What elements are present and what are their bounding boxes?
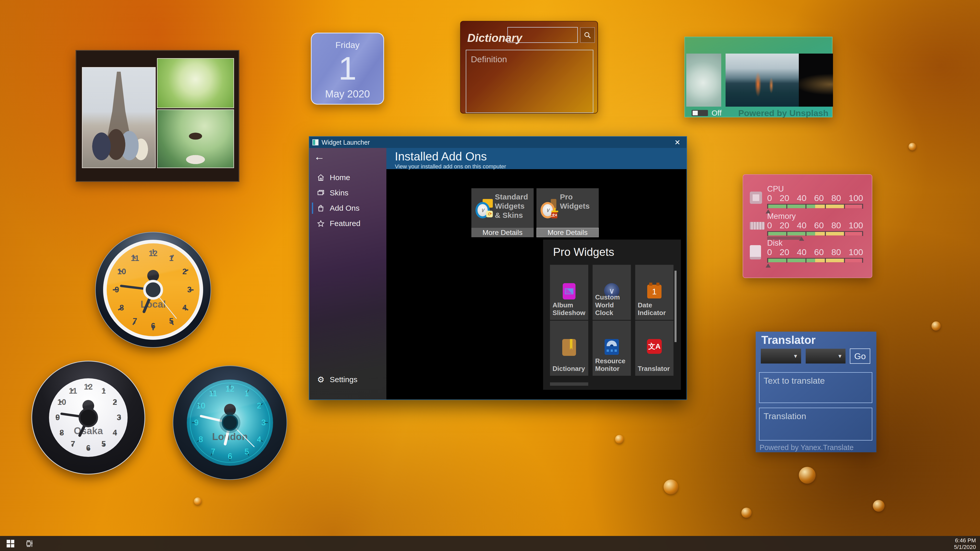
clock-numeral: 11 [131, 254, 139, 263]
clock-numeral: 11 [209, 389, 217, 398]
tile-label: Date Indicator [638, 301, 672, 317]
addon-card-standard-widgets[interactable]: ∨ ⟳ Standard Widgets & Skins More Detail… [471, 188, 534, 237]
sidebar-item-settings[interactable]: ⚙ Settings [309, 372, 387, 387]
card-title: Standard Widgets & Skins [495, 192, 531, 220]
translator-title: Translator [761, 333, 816, 346]
clock-tick [49, 378, 127, 457]
taskbar-app-widget-launcher[interactable] [25, 539, 34, 548]
slideshow-toggle[interactable] [692, 110, 708, 116]
card-title: Pro Widgets [560, 192, 597, 211]
clock-tick [49, 378, 127, 457]
go-button[interactable]: Go [850, 348, 870, 364]
page-subtitle: View your installed add ons on this comp… [395, 163, 687, 170]
translation-text-area[interactable]: Translation [759, 408, 872, 441]
clock-numeral: 5 [101, 440, 106, 449]
more-details-button[interactable]: More Details [471, 228, 534, 237]
widget-tile-translator[interactable]: 文A Translator [635, 321, 673, 376]
clock-tick [187, 380, 273, 465]
scale-tick: 100 [849, 193, 863, 203]
clock-tick [107, 243, 200, 337]
windows-logo-icon [6, 544, 10, 548]
source-placeholder: Text to translate [764, 376, 825, 386]
clock-tick [107, 243, 200, 337]
scale-tick: 0 [767, 221, 772, 230]
slideshow-widget[interactable]: Off Powered by Unsplash [684, 37, 832, 118]
source-language-dropdown[interactable]: ▼ [761, 349, 801, 364]
gauge-label: Disk [767, 238, 783, 248]
second-hand [230, 422, 255, 448]
minute-hand [200, 414, 230, 424]
calendar-widget[interactable]: Friday 1 May 2020 [311, 33, 384, 105]
sidebar-item-home[interactable]: Home [309, 170, 387, 185]
clock-numeral: 6 [151, 321, 155, 330]
calendar-weekday: Friday [312, 40, 383, 50]
scale-tick: 0 [767, 247, 772, 257]
widget-tile-dictionary[interactable]: Dictionary [550, 321, 588, 376]
hour-hand [223, 422, 231, 446]
water-droplet [932, 321, 941, 330]
start-button[interactable] [6, 540, 14, 548]
dictionary-definition-box[interactable]: Definition [466, 50, 593, 113]
translator-widget[interactable]: Translator ▼ ▼ Go Text to translate Tran… [756, 332, 877, 452]
widget-tile-resource-monitor[interactable]: Resource Monitor [593, 321, 631, 376]
back-button[interactable]: ← [314, 151, 325, 163]
clock-numeral: 2 [257, 401, 261, 410]
dictionary-book-icon [562, 339, 576, 356]
widget-tile-custom-world-clock[interactable]: ∨ Custom World Clock [593, 265, 631, 320]
title-bar[interactable]: Widget Launcher ✕ [309, 137, 687, 148]
dictionary-search-button[interactable] [580, 27, 595, 43]
more-details-button[interactable]: More Details [536, 228, 599, 237]
sidebar-item-skins[interactable]: Skins [309, 185, 387, 200]
clock-widget-local[interactable]: 123456789101112 Local [95, 232, 211, 348]
hour-hand [78, 417, 89, 437]
taskbar-clock[interactable]: 6:46 PM 5/1/2020 [954, 537, 976, 551]
cpu-chip-icon [750, 192, 762, 204]
window-content: Installed Add Ons View your installed ad… [387, 148, 687, 400]
photo-family-on-grass [157, 58, 234, 108]
sidebar-item-featured[interactable]: Featured [309, 216, 387, 231]
clock-tick [187, 380, 273, 465]
chevron-down-icon: ▼ [793, 353, 798, 359]
close-icon[interactable]: ✕ [675, 138, 680, 147]
taskbar-time: 6:46 PM [954, 537, 976, 544]
source-text-area[interactable]: Text to translate [759, 372, 872, 403]
vertical-scrollbar[interactable] [675, 271, 676, 342]
desktop: Friday 1 May 2020 Dictionary Definition … [0, 0, 980, 551]
scale-tick: 40 [797, 247, 807, 257]
clock-tick [107, 243, 200, 337]
addon-card-pro-widgets[interactable]: ∨ + 文A Pro Widgets More Details [536, 188, 599, 237]
gear-icon: ⚙ [317, 375, 325, 384]
widget-tile-date-indicator[interactable]: 1 Date Indicator [635, 265, 673, 320]
clock-numeral: 9 [115, 285, 119, 294]
tile-label: Resource Monitor [595, 357, 629, 373]
gauge-scale: 0 20 40 60 80 100 [767, 193, 863, 203]
scale-tick: 80 [832, 247, 841, 257]
sidebar-item-label: Home [330, 173, 350, 182]
dictionary-widget[interactable]: Dictionary Definition [460, 21, 598, 114]
disk-drive-icon [750, 245, 761, 259]
clock-numeral: 8 [59, 428, 64, 437]
gauge-label: CPU [767, 184, 784, 194]
clock-decorative-dot [83, 400, 94, 412]
horizontal-scrollbar[interactable] [550, 383, 588, 386]
water-droplet [741, 508, 752, 518]
gauge-label: Memory [767, 212, 796, 221]
clock-widget-osaka[interactable]: 123456789101112 Osaka [32, 361, 145, 475]
clock-tick [187, 380, 273, 465]
clock-tick [49, 378, 127, 457]
sidebar-item-add-ons[interactable]: Add Ons [309, 200, 387, 216]
translate-badge: 文A [551, 212, 557, 218]
target-language-dropdown[interactable]: ▼ [806, 349, 845, 364]
clock-tick [187, 380, 273, 465]
clock-widget-london[interactable]: 123456789101112 London [173, 365, 287, 480]
photo-frame-widget[interactable] [76, 50, 239, 182]
translation-placeholder: Translation [764, 411, 806, 421]
resource-monitor-widget[interactable]: CPU 0 20 40 60 80 100 Memory [743, 174, 872, 278]
clock-numeral: 3 [187, 285, 192, 294]
photo-glyph [565, 288, 573, 294]
clock-tick [107, 243, 200, 337]
dictionary-search-input[interactable] [508, 27, 578, 43]
clock-label: London [187, 431, 273, 442]
widget-tile-album-slideshow[interactable]: Album Slideshow [550, 265, 588, 320]
gauge-track [767, 258, 863, 262]
